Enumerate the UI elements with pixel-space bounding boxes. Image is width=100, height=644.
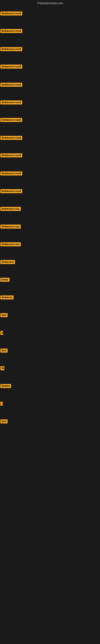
bottleneck-badge[interactable]: Bottleneck result <box>0 153 22 158</box>
bottleneck-badge-row: Bottleneck result <box>0 47 22 52</box>
bottleneck-badge-row: Bott <box>0 420 8 424</box>
bottleneck-badge-row: Bottlenec <box>0 296 14 300</box>
bottleneck-badge[interactable]: Bottleneck result <box>0 172 22 176</box>
bottleneck-badge[interactable]: Bottle <box>0 278 10 282</box>
bottleneck-badge[interactable]: Bottleneck result <box>0 189 22 193</box>
bottleneck-badge[interactable]: Bottleneck result <box>0 29 22 33</box>
bottleneck-badge[interactable]: Bottleneck resu <box>0 242 21 246</box>
site-title: TheBottlenecker.com <box>0 0 100 6</box>
bottleneck-badge[interactable]: Bottleneck result <box>0 83 22 87</box>
bottleneck-badge[interactable]: Bottleneck result <box>0 47 22 51</box>
bottleneck-badge-row: Bottleneck result <box>0 100 22 105</box>
bottleneck-badge[interactable]: Bottlenec <box>0 296 14 300</box>
bottleneck-badge-row: Bottle <box>0 278 10 282</box>
bottleneck-badge-row: Bottleneck result <box>0 83 22 88</box>
bottleneck-badge[interactable]: Bottleneck <box>0 260 15 264</box>
bottleneck-badge-row: Bott <box>0 313 8 318</box>
bottleneck-badge-row: Bottleneck resu <box>0 242 21 247</box>
bottleneck-badge[interactable]: Bott <box>0 420 8 424</box>
bottleneck-badge-row: Bott <box>0 348 8 354</box>
bottleneck-badge[interactable]: Bottleneck result <box>0 100 22 104</box>
bottleneck-badge[interactable]: Bottleneck resu <box>0 207 21 211</box>
bottleneck-badge-row: Bottleneck result <box>0 136 22 141</box>
bottleneck-badge-row: Bottleneck result <box>0 153 22 158</box>
bottleneck-badge[interactable]: Bott <box>0 313 8 317</box>
bottleneck-badge-row: Bottleneck result <box>0 64 22 70</box>
bottleneck-badge[interactable]: Bo <box>0 366 4 370</box>
bottleneck-badge[interactable]: Bottleneck result <box>0 136 22 140</box>
bottleneck-badge[interactable]: Bottlen <box>0 384 11 388</box>
bottleneck-badge[interactable]: B <box>0 331 3 335</box>
bottleneck-badge[interactable]: Bott <box>0 348 8 352</box>
bottleneck-badge-row: Bottleneck result <box>0 172 22 176</box>
bottleneck-badge-row: Bo <box>0 366 4 371</box>
bottleneck-badge-row: Bottleneck result <box>0 118 22 123</box>
bottleneck-badge-row: Bottleneck result <box>0 29 22 34</box>
bottleneck-badge-row: Bottleneck resu <box>0 224 21 230</box>
bottleneck-badge[interactable]: Bottleneck resu <box>0 224 21 228</box>
bottleneck-badge-row: Bottleneck result <box>0 189 22 194</box>
bottleneck-badge-row: Bottleneck <box>0 260 15 265</box>
bottleneck-badge-row: Bottlen <box>0 384 11 389</box>
bottleneck-badge-row: B <box>0 331 3 336</box>
bottleneck-badge[interactable]: Bottleneck result <box>0 12 22 16</box>
bottleneck-badge[interactable]: Bottleneck result <box>0 118 22 122</box>
bottleneck-badge-row: Bottleneck resu <box>0 207 21 212</box>
bottleneck-badge[interactable]: | <box>0 402 3 406</box>
bottleneck-badge[interactable]: Bottleneck result <box>0 64 22 69</box>
bottleneck-badge-row: | <box>0 402 3 406</box>
bottleneck-badge-row: Bottleneck result <box>0 12 22 16</box>
